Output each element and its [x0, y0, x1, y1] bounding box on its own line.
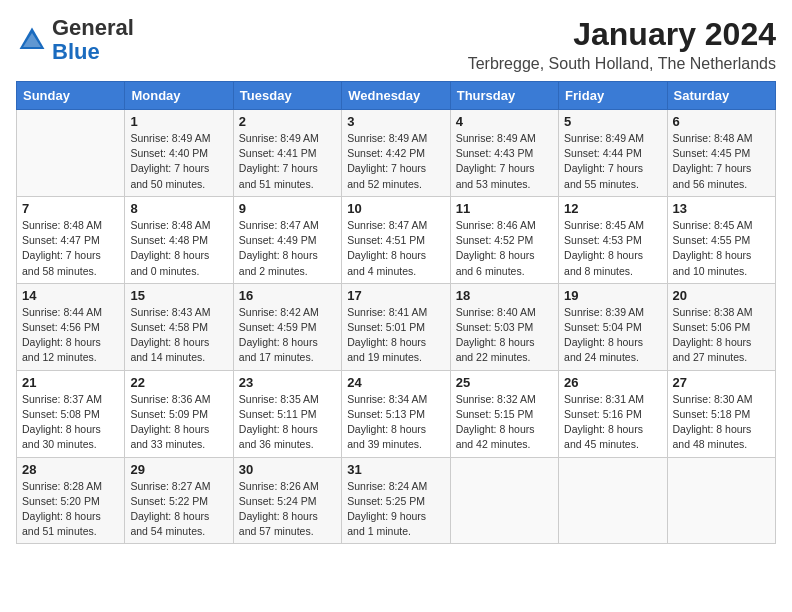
calendar-table: SundayMondayTuesdayWednesdayThursdayFrid… [16, 81, 776, 544]
day-number: 21 [22, 375, 119, 390]
day-number: 7 [22, 201, 119, 216]
day-info: Sunrise: 8:32 AM Sunset: 5:15 PM Dayligh… [456, 392, 553, 453]
day-number: 24 [347, 375, 444, 390]
week-row-1: 1Sunrise: 8:49 AM Sunset: 4:40 PM Daylig… [17, 110, 776, 197]
day-number: 13 [673, 201, 770, 216]
day-number: 16 [239, 288, 336, 303]
day-number: 5 [564, 114, 661, 129]
day-header-thursday: Thursday [450, 82, 558, 110]
day-number: 6 [673, 114, 770, 129]
day-info: Sunrise: 8:31 AM Sunset: 5:16 PM Dayligh… [564, 392, 661, 453]
day-info: Sunrise: 8:28 AM Sunset: 5:20 PM Dayligh… [22, 479, 119, 540]
day-number: 29 [130, 462, 227, 477]
day-number: 8 [130, 201, 227, 216]
calendar-body: 1Sunrise: 8:49 AM Sunset: 4:40 PM Daylig… [17, 110, 776, 544]
day-number: 26 [564, 375, 661, 390]
day-number: 31 [347, 462, 444, 477]
week-row-3: 14Sunrise: 8:44 AM Sunset: 4:56 PM Dayli… [17, 283, 776, 370]
calendar-cell [17, 110, 125, 197]
day-info: Sunrise: 8:40 AM Sunset: 5:03 PM Dayligh… [456, 305, 553, 366]
calendar-cell: 16Sunrise: 8:42 AM Sunset: 4:59 PM Dayli… [233, 283, 341, 370]
day-info: Sunrise: 8:48 AM Sunset: 4:45 PM Dayligh… [673, 131, 770, 192]
location-text: Terbregge, South Holland, The Netherland… [468, 55, 776, 73]
day-header-friday: Friday [559, 82, 667, 110]
calendar-cell: 24Sunrise: 8:34 AM Sunset: 5:13 PM Dayli… [342, 370, 450, 457]
day-number: 27 [673, 375, 770, 390]
calendar-cell [559, 457, 667, 544]
day-info: Sunrise: 8:48 AM Sunset: 4:47 PM Dayligh… [22, 218, 119, 279]
week-row-2: 7Sunrise: 8:48 AM Sunset: 4:47 PM Daylig… [17, 196, 776, 283]
day-number: 4 [456, 114, 553, 129]
day-info: Sunrise: 8:30 AM Sunset: 5:18 PM Dayligh… [673, 392, 770, 453]
title-block: January 2024 Terbregge, South Holland, T… [468, 16, 776, 73]
day-info: Sunrise: 8:26 AM Sunset: 5:24 PM Dayligh… [239, 479, 336, 540]
logo-text: General Blue [52, 16, 134, 64]
calendar-cell [450, 457, 558, 544]
day-info: Sunrise: 8:49 AM Sunset: 4:42 PM Dayligh… [347, 131, 444, 192]
day-number: 14 [22, 288, 119, 303]
calendar-cell: 22Sunrise: 8:36 AM Sunset: 5:09 PM Dayli… [125, 370, 233, 457]
day-info: Sunrise: 8:49 AM Sunset: 4:44 PM Dayligh… [564, 131, 661, 192]
calendar-cell: 31Sunrise: 8:24 AM Sunset: 5:25 PM Dayli… [342, 457, 450, 544]
day-header-sunday: Sunday [17, 82, 125, 110]
calendar-cell: 26Sunrise: 8:31 AM Sunset: 5:16 PM Dayli… [559, 370, 667, 457]
calendar-cell: 18Sunrise: 8:40 AM Sunset: 5:03 PM Dayli… [450, 283, 558, 370]
day-info: Sunrise: 8:38 AM Sunset: 5:06 PM Dayligh… [673, 305, 770, 366]
day-number: 2 [239, 114, 336, 129]
logo-icon [16, 24, 48, 56]
day-info: Sunrise: 8:41 AM Sunset: 5:01 PM Dayligh… [347, 305, 444, 366]
calendar-cell: 9Sunrise: 8:47 AM Sunset: 4:49 PM Daylig… [233, 196, 341, 283]
day-info: Sunrise: 8:42 AM Sunset: 4:59 PM Dayligh… [239, 305, 336, 366]
day-number: 17 [347, 288, 444, 303]
day-info: Sunrise: 8:37 AM Sunset: 5:08 PM Dayligh… [22, 392, 119, 453]
day-info: Sunrise: 8:27 AM Sunset: 5:22 PM Dayligh… [130, 479, 227, 540]
day-number: 3 [347, 114, 444, 129]
day-number: 9 [239, 201, 336, 216]
day-number: 25 [456, 375, 553, 390]
day-info: Sunrise: 8:46 AM Sunset: 4:52 PM Dayligh… [456, 218, 553, 279]
day-header-monday: Monday [125, 82, 233, 110]
day-number: 15 [130, 288, 227, 303]
day-info: Sunrise: 8:49 AM Sunset: 4:43 PM Dayligh… [456, 131, 553, 192]
day-info: Sunrise: 8:36 AM Sunset: 5:09 PM Dayligh… [130, 392, 227, 453]
calendar-cell: 15Sunrise: 8:43 AM Sunset: 4:58 PM Dayli… [125, 283, 233, 370]
day-info: Sunrise: 8:49 AM Sunset: 4:40 PM Dayligh… [130, 131, 227, 192]
week-row-5: 28Sunrise: 8:28 AM Sunset: 5:20 PM Dayli… [17, 457, 776, 544]
calendar-cell: 23Sunrise: 8:35 AM Sunset: 5:11 PM Dayli… [233, 370, 341, 457]
calendar-cell: 3Sunrise: 8:49 AM Sunset: 4:42 PM Daylig… [342, 110, 450, 197]
day-header-tuesday: Tuesday [233, 82, 341, 110]
calendar-cell: 20Sunrise: 8:38 AM Sunset: 5:06 PM Dayli… [667, 283, 775, 370]
calendar-cell: 8Sunrise: 8:48 AM Sunset: 4:48 PM Daylig… [125, 196, 233, 283]
calendar-cell: 4Sunrise: 8:49 AM Sunset: 4:43 PM Daylig… [450, 110, 558, 197]
day-info: Sunrise: 8:34 AM Sunset: 5:13 PM Dayligh… [347, 392, 444, 453]
day-number: 1 [130, 114, 227, 129]
calendar-cell: 5Sunrise: 8:49 AM Sunset: 4:44 PM Daylig… [559, 110, 667, 197]
month-title: January 2024 [468, 16, 776, 53]
day-info: Sunrise: 8:24 AM Sunset: 5:25 PM Dayligh… [347, 479, 444, 540]
calendar-cell: 1Sunrise: 8:49 AM Sunset: 4:40 PM Daylig… [125, 110, 233, 197]
day-info: Sunrise: 8:45 AM Sunset: 4:53 PM Dayligh… [564, 218, 661, 279]
day-number: 22 [130, 375, 227, 390]
calendar-cell: 10Sunrise: 8:47 AM Sunset: 4:51 PM Dayli… [342, 196, 450, 283]
day-info: Sunrise: 8:35 AM Sunset: 5:11 PM Dayligh… [239, 392, 336, 453]
days-header-row: SundayMondayTuesdayWednesdayThursdayFrid… [17, 82, 776, 110]
day-header-saturday: Saturday [667, 82, 775, 110]
day-info: Sunrise: 8:49 AM Sunset: 4:41 PM Dayligh… [239, 131, 336, 192]
calendar-cell: 29Sunrise: 8:27 AM Sunset: 5:22 PM Dayli… [125, 457, 233, 544]
day-number: 28 [22, 462, 119, 477]
week-row-4: 21Sunrise: 8:37 AM Sunset: 5:08 PM Dayli… [17, 370, 776, 457]
day-info: Sunrise: 8:44 AM Sunset: 4:56 PM Dayligh… [22, 305, 119, 366]
calendar-cell: 6Sunrise: 8:48 AM Sunset: 4:45 PM Daylig… [667, 110, 775, 197]
day-number: 30 [239, 462, 336, 477]
day-number: 20 [673, 288, 770, 303]
calendar-cell: 2Sunrise: 8:49 AM Sunset: 4:41 PM Daylig… [233, 110, 341, 197]
calendar-cell: 14Sunrise: 8:44 AM Sunset: 4:56 PM Dayli… [17, 283, 125, 370]
day-number: 12 [564, 201, 661, 216]
calendar-cell [667, 457, 775, 544]
day-number: 19 [564, 288, 661, 303]
day-info: Sunrise: 8:39 AM Sunset: 5:04 PM Dayligh… [564, 305, 661, 366]
logo: General Blue [16, 16, 134, 64]
day-info: Sunrise: 8:48 AM Sunset: 4:48 PM Dayligh… [130, 218, 227, 279]
day-number: 18 [456, 288, 553, 303]
calendar-cell: 21Sunrise: 8:37 AM Sunset: 5:08 PM Dayli… [17, 370, 125, 457]
